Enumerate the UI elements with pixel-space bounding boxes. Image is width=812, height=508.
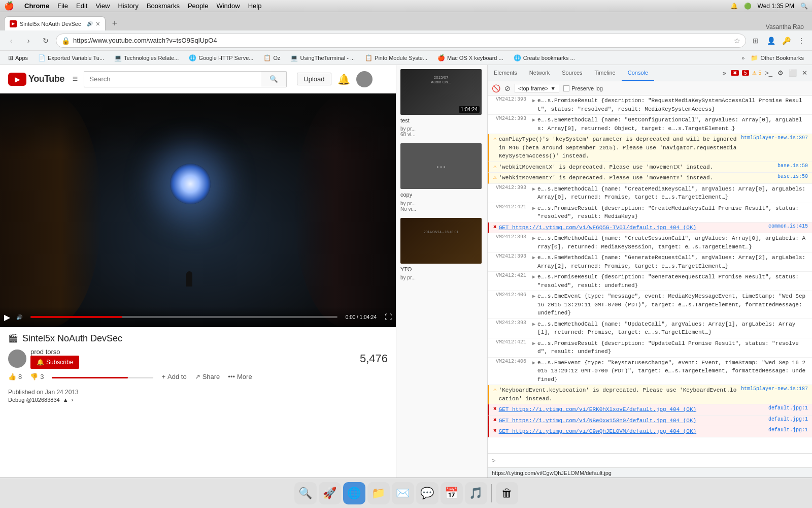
youtube-logo[interactable]: YouTube — [8, 73, 64, 86]
add-to-button[interactable]: + Add to — [161, 373, 186, 380]
log-source-15[interactable]: html5player-new.is:187 — [741, 386, 808, 392]
more-button[interactable]: ••• More — [228, 373, 252, 380]
video-player[interactable]: ▶ 🔊 0:00 / 1:04:24 ⛶ — [0, 93, 396, 327]
notification-icon[interactable]: 🔔 — [730, 3, 738, 10]
log-source-17[interactable]: default.jpg:1 — [768, 417, 808, 422]
apple-menu-icon[interactable]: 🍎 — [4, 1, 14, 11]
expand-arrow-8[interactable]: ▶ — [532, 235, 535, 241]
sidebar-video-1[interactable]: 2015/07Audio On... 1:04:24 test by pr...… — [400, 69, 483, 137]
subscribe-button[interactable]: 🔔 Subscribe — [30, 356, 79, 369]
channel-avatar[interactable] — [8, 350, 26, 368]
lastpass-icon[interactable]: 🟢 — [744, 3, 752, 10]
menu-history[interactable]: History — [118, 2, 138, 10]
extensions-icon[interactable]: ⊞ — [749, 34, 762, 47]
search-icon[interactable]: 🔍 — [800, 3, 808, 10]
log-source-7[interactable]: common.is:415 — [768, 224, 808, 229]
bookmark-macosx[interactable]: 🍎 Mac OS X keyboard ... — [433, 53, 507, 62]
new-tab-button[interactable]: + — [108, 16, 122, 30]
notification-bell[interactable]: 🔔 — [337, 73, 350, 85]
dt-close-icon[interactable]: ✕ — [800, 68, 809, 78]
youtube-search-input[interactable] — [84, 71, 261, 87]
menu-window[interactable]: Window — [216, 2, 240, 10]
volume-icon[interactable]: 🔊 — [16, 314, 22, 320]
expand-arrow-14[interactable]: ▶ — [532, 360, 535, 366]
log-source-4[interactable]: base.is:50 — [777, 174, 808, 179]
expand-arrow-0[interactable]: ▶ — [532, 98, 535, 104]
debug-expand-icon[interactable]: ▲ — [63, 397, 69, 403]
tab-elements[interactable]: Elements — [488, 65, 523, 81]
log-link-17[interactable]: GET https://i.ytimg.com/vi/NBeOxw158n0/d… — [499, 418, 696, 424]
log-link-7[interactable]: GET https://i.ytimg.com/vi/wF6Q5G-TV0I/d… — [499, 225, 696, 231]
dt-more-tabs-icon[interactable]: » — [721, 68, 728, 78]
other-bookmarks-folder[interactable]: 📁 Other Bookmarks — [747, 53, 808, 62]
log-link-16[interactable]: GET https://i.ytimg.com/vi/ERK0hXlxovE/d… — [499, 406, 696, 412]
dock-calendar[interactable]: 📅 — [441, 482, 463, 504]
frame-selector[interactable]: <top frame> ▼ — [515, 84, 559, 93]
youtube-search-button[interactable]: 🔍 — [261, 71, 287, 87]
menu-people[interactable]: People — [188, 2, 208, 10]
bookmark-google-http[interactable]: 🌐 Google HTTP Serve... — [185, 53, 257, 62]
preserve-log-checkbox[interactable]: Preserve log — [563, 85, 603, 91]
bookmark-apps[interactable]: ⊞ Apps — [4, 53, 32, 62]
bookmark-oz[interactable]: 📋 Oz — [259, 53, 284, 62]
tab-timeline[interactable]: Timeline — [589, 65, 622, 81]
progress-bar[interactable] — [30, 316, 337, 318]
console-filter-button[interactable]: ⊘ — [504, 84, 511, 92]
log-source-16[interactable]: default.jpg:1 — [768, 405, 808, 411]
share-button[interactable]: ↗ Share — [195, 373, 220, 380]
lastpass-toolbar-icon[interactable]: 🔑 — [780, 34, 793, 47]
dock-music[interactable]: 🎵 — [465, 482, 487, 504]
expand-arrow-10[interactable]: ▶ — [532, 274, 535, 280]
more-tools-button[interactable]: ⋮ — [795, 34, 808, 47]
dock-trash[interactable]: 🗑 — [496, 482, 518, 504]
dt-dock-icon[interactable]: ⬜ — [787, 68, 798, 78]
play-button[interactable]: ▶ — [4, 312, 10, 322]
dock-messages[interactable]: 💬 — [416, 482, 438, 504]
sidebar-video-3[interactable]: 2014/06/14 - 16:49:01 YTO by pr... — [400, 218, 483, 280]
expand-arrow-13[interactable]: ▶ — [532, 340, 535, 346]
console-input-field[interactable] — [499, 457, 808, 464]
debug-arrow-icon[interactable]: › — [72, 397, 74, 403]
bookmark-pinto[interactable]: 📋 Pinto Module Syste... — [361, 53, 431, 62]
menu-file[interactable]: File — [57, 2, 68, 10]
expand-arrow-5[interactable]: ▶ — [532, 186, 535, 192]
tab-close-button[interactable]: × — [96, 20, 100, 28]
dock-mail[interactable]: ✉️ — [392, 482, 414, 504]
dock-finder[interactable]: 🔍 — [294, 482, 317, 504]
forward-button[interactable]: › — [21, 34, 36, 48]
user-avatar[interactable] — [356, 71, 373, 87]
refresh-button[interactable]: ↻ — [39, 34, 53, 48]
back-button[interactable]: ‹ — [4, 34, 18, 48]
like-button[interactable]: 👍 8 — [8, 373, 22, 380]
more-bookmarks-button[interactable]: » — [741, 55, 745, 61]
log-source-18[interactable]: default.jpg:1 — [768, 427, 808, 433]
address-bar[interactable]: 🔒 https://www.youtube.com/watch?v=tsO9Sq… — [56, 34, 746, 48]
user-account[interactable]: Vasantha Rao — [766, 23, 808, 30]
expand-arrow-6[interactable]: ▶ — [532, 205, 535, 211]
bookmark-exported-variable[interactable]: 📄 Exported Variable Tu... — [34, 53, 108, 62]
dt-settings-icon[interactable]: ⚙ — [776, 68, 785, 78]
console-clear-button[interactable]: 🚫 — [492, 84, 500, 92]
user-icon[interactable]: 👤 — [764, 34, 777, 47]
tab-sources[interactable]: Sources — [556, 65, 588, 81]
console-prompt-icon[interactable]: >_ — [763, 68, 774, 78]
menu-help[interactable]: Help — [248, 2, 262, 10]
menu-edit[interactable]: Edit — [76, 2, 87, 10]
dock-launchpad[interactable]: 🚀 — [319, 482, 341, 504]
bookmark-technologies[interactable]: 💻 Technologies Relate... — [110, 53, 183, 62]
menu-view[interactable]: View — [95, 2, 110, 10]
channel-name[interactable]: prod torso — [30, 348, 79, 356]
tab-console[interactable]: Console — [622, 65, 654, 81]
bookmark-create[interactable]: 🌐 Create bookmarks ... — [510, 53, 579, 62]
upload-button[interactable]: Upload — [297, 73, 331, 85]
sidebar-video-2[interactable]: ··· copy by pr... No vi... — [400, 143, 483, 211]
tab-network[interactable]: Network — [523, 65, 556, 81]
expand-arrow-12[interactable]: ▶ — [532, 321, 535, 327]
youtube-menu-button[interactable]: ≡ — [73, 74, 78, 84]
dock-chrome[interactable]: 🌐 — [343, 482, 365, 504]
active-tab[interactable]: ▶ Sintel5x NoAuth DevSec 🔊 × — [4, 16, 106, 30]
preserve-log-check[interactable] — [563, 85, 569, 91]
log-link-18[interactable]: GET https://i.ytimg.com/vi/C9wQhJEL0VM/d… — [499, 428, 696, 434]
log-source-3[interactable]: base.is:50 — [777, 163, 808, 169]
menu-bookmarks[interactable]: Bookmarks — [147, 2, 180, 10]
